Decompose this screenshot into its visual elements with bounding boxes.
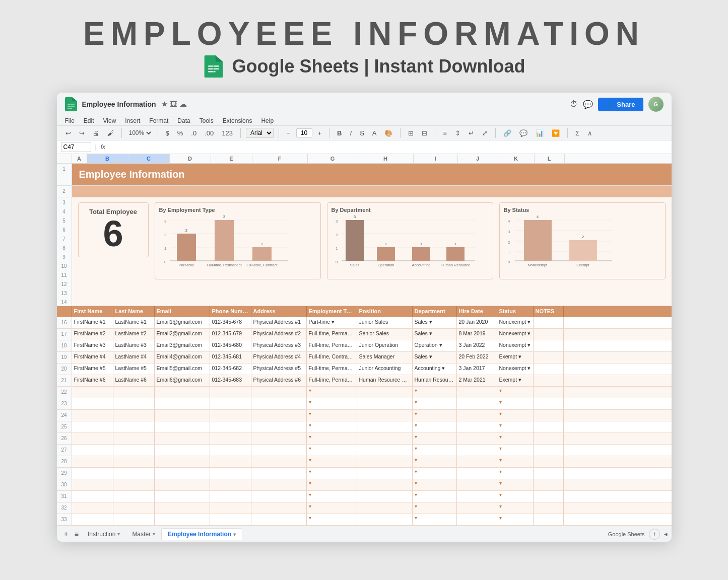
sheet-tab-master[interactable]: Master ▾ xyxy=(126,529,161,540)
empty-td-fn-22 xyxy=(72,387,113,398)
text-color-button[interactable]: A xyxy=(370,128,379,138)
undo-button[interactable]: ↩ xyxy=(63,128,74,138)
col-header-d[interactable]: D xyxy=(170,154,211,163)
decimal-dec-button[interactable]: .0 xyxy=(188,128,199,138)
total-emp-number: 6 xyxy=(103,215,123,252)
row-2: 2 xyxy=(57,186,672,197)
empty-td-ph-30 xyxy=(210,479,251,490)
font-select[interactable]: Arial xyxy=(246,128,274,138)
percent-button[interactable]: % xyxy=(175,128,186,138)
empty-td-po-27 xyxy=(357,445,413,456)
valign-button[interactable]: ⇕ xyxy=(452,128,463,138)
comments-icon[interactable]: 💬 xyxy=(583,100,593,109)
td-first-row18: FirstName #3 xyxy=(72,340,113,351)
print-button[interactable]: 🖨 xyxy=(90,128,102,138)
empty-td-dp-22: ▾ xyxy=(413,387,457,398)
td-notes-row20 xyxy=(534,364,564,375)
table-headers: First Name Last Name Email Phone Number … xyxy=(72,306,672,317)
italic-button[interactable]: I xyxy=(348,128,355,138)
sheet-tab-instruction[interactable]: Instruction ▾ xyxy=(82,529,126,540)
col-header-i[interactable]: I xyxy=(414,154,458,163)
td-emptype-row17: Full-time, Perman ▾ xyxy=(307,329,357,340)
empty-td-fn-31 xyxy=(72,491,113,502)
title-bar-right: ⏱ 💬 👤 Share G xyxy=(570,97,663,112)
chart-department-title: By Department xyxy=(332,207,489,213)
menu-help[interactable]: Help xyxy=(261,117,274,124)
empty-td-et-32: ▾ xyxy=(307,502,357,514)
font-size-decrease[interactable]: − xyxy=(284,128,293,138)
svg-text:1: 1 xyxy=(384,242,387,246)
zoom-select[interactable]: 100% xyxy=(127,129,153,137)
svg-text:Sales: Sales xyxy=(350,263,359,267)
col-header-a[interactable]: A xyxy=(72,154,87,163)
history-icon[interactable]: ⏱ xyxy=(570,100,578,109)
font-size-input[interactable] xyxy=(296,128,312,137)
col-header-k[interactable]: K xyxy=(498,154,535,163)
link-button[interactable]: 🔗 xyxy=(501,128,514,138)
filter-button[interactable]: 🔽 xyxy=(549,128,562,138)
col-header-l[interactable]: L xyxy=(535,154,565,163)
col-header-e[interactable]: E xyxy=(211,154,252,163)
redo-button[interactable]: ↪ xyxy=(77,128,87,138)
empty-td-hd-24 xyxy=(457,410,497,421)
paint-format-button[interactable]: 🖌 xyxy=(105,128,116,138)
td-phone-row21: 012-345-683 xyxy=(210,375,251,386)
menu-insert[interactable]: Insert xyxy=(125,117,140,124)
col-header-f[interactable]: F xyxy=(252,154,308,163)
row-num-30: 30 xyxy=(57,479,72,490)
td-position-row16: Junior Sales xyxy=(357,317,413,328)
wrap-button[interactable]: ↵ xyxy=(466,128,477,138)
borders-button[interactable]: ⊞ xyxy=(406,128,416,138)
empty-td-fn-32 xyxy=(72,502,113,514)
td-hiredate-row21: 2 Mar 2021 xyxy=(457,375,497,386)
chart-button[interactable]: 📊 xyxy=(533,128,546,138)
font-size-increase[interactable]: + xyxy=(315,128,324,138)
merge-button[interactable]: ⊟ xyxy=(419,128,430,138)
menu-file[interactable]: File xyxy=(65,117,75,124)
empty-row-25: 25▾▾▾ xyxy=(57,421,672,433)
menu-edit[interactable]: Edit xyxy=(84,117,94,124)
empty-td-ln-27 xyxy=(113,445,155,456)
menu-tools[interactable]: Tools xyxy=(200,117,214,124)
empty-row-23: 23▾▾▾ xyxy=(57,398,672,410)
td-dept-row20: Accounting ▾ xyxy=(413,364,457,375)
empty-td-ad-23 xyxy=(251,398,307,409)
col-header-h[interactable]: H xyxy=(358,154,414,163)
strikethrough-button[interactable]: S xyxy=(357,128,367,138)
bold-button[interactable]: B xyxy=(335,128,344,138)
decimal-inc-button[interactable]: .00 xyxy=(202,128,216,138)
currency-button[interactable]: $ xyxy=(163,128,172,138)
col-header-c[interactable]: C xyxy=(128,154,170,163)
share-button[interactable]: 👤 Share xyxy=(598,98,643,111)
fill-color-button[interactable]: 🎨 xyxy=(382,128,395,138)
collapse-toolbar-button[interactable]: ∧ xyxy=(585,128,595,138)
title-bar-left: Employee Information ★ 🖼 ☁ xyxy=(65,97,187,111)
formula-input[interactable] xyxy=(109,143,668,151)
empty-td-em-27 xyxy=(155,445,210,456)
menu-format[interactable]: Format xyxy=(149,117,168,124)
comment-button[interactable]: 💬 xyxy=(517,128,530,138)
align-button[interactable]: ≡ xyxy=(440,128,449,138)
scroll-left-button[interactable]: ◂ xyxy=(664,530,668,538)
td-dept-row21: Human Resource ▾ xyxy=(413,375,457,386)
spreadsheet-title-cell: Employee Information xyxy=(72,164,672,185)
text-rotation-button[interactable]: ⤢ xyxy=(480,128,490,138)
cell-reference-input[interactable] xyxy=(61,142,91,152)
menu-extensions[interactable]: Extensions xyxy=(223,117,252,124)
col-header-j[interactable]: J xyxy=(458,154,498,163)
empty-td-em-22 xyxy=(155,387,210,398)
sheet-list-button[interactable]: ≡ xyxy=(72,529,82,539)
add-sheet-button[interactable]: + xyxy=(61,529,72,540)
format-button[interactable]: 123 xyxy=(219,128,235,138)
th-email: Email xyxy=(155,306,210,317)
menu-data[interactable]: Data xyxy=(177,117,190,124)
row-num-21: 21 xyxy=(57,375,72,386)
col-header-b[interactable]: B xyxy=(87,154,128,163)
empty-td-ln-29 xyxy=(113,468,155,479)
explore-button[interactable]: + xyxy=(649,529,660,540)
col-header-g[interactable]: G xyxy=(308,154,358,163)
formula-button[interactable]: Σ xyxy=(573,128,582,138)
sheet-tab-employee-info[interactable]: Employee Information ▾ xyxy=(161,528,242,540)
page-title: EMPLOYEEE INFORMATION xyxy=(0,15,728,52)
menu-view[interactable]: View xyxy=(103,117,116,124)
